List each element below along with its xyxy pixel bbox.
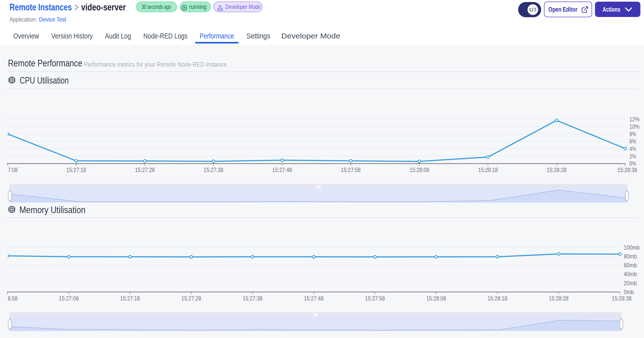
svg-text:Memory Utilisation: Memory Utilisation: [19, 205, 86, 215]
svg-text:15:27:48: 15:27:48: [272, 166, 292, 173]
svg-text:CPU Utilisation: CPU Utilisation: [20, 75, 69, 86]
svg-text:100mb: 100mb: [624, 244, 640, 251]
svg-text:15:27:38: 15:27:38: [204, 166, 223, 173]
svg-text:Developer Mode: Developer Mode: [226, 4, 261, 10]
svg-text:30 seconds ago: 30 seconds ago: [142, 4, 171, 10]
svg-text:15:28:38: 15:28:38: [617, 166, 637, 173]
svg-text:0mb: 0mb: [624, 289, 634, 295]
svg-text:Settings: Settings: [246, 32, 270, 40]
svg-text:40mb: 40mb: [624, 271, 637, 277]
svg-text:4%: 4%: [630, 145, 636, 152]
svg-text:10%: 10%: [630, 123, 640, 130]
svg-text:Remote Performance: Remote Performance: [8, 58, 82, 68]
svg-text:video-server: video-server: [81, 2, 126, 12]
svg-text:15:27:18: 15:27:18: [120, 295, 140, 302]
svg-text:15:27:58: 15:27:58: [341, 166, 361, 173]
svg-text:15:28:28: 15:28:28: [547, 166, 567, 173]
svg-text:15:27:28: 15:27:28: [181, 295, 201, 302]
svg-text:8%: 8%: [630, 130, 636, 137]
svg-text:15:28:28: 15:28:28: [549, 295, 569, 302]
svg-text:Node-RED Logs: Node-RED Logs: [143, 32, 188, 40]
svg-text:Developer Mode: Developer Mode: [281, 32, 340, 40]
svg-text:80mb: 80mb: [624, 253, 637, 260]
svg-text:Performance metrics for your R: Performance metrics for your Remote Node…: [84, 61, 227, 68]
svg-text:Device Test: Device Test: [39, 16, 66, 23]
svg-text:15:27:58: 15:27:58: [365, 295, 385, 302]
svg-text:Actions: Actions: [603, 6, 620, 13]
svg-text:Version History: Version History: [51, 32, 93, 40]
svg-text:7:08: 7:08: [8, 166, 17, 173]
svg-text:20mb: 20mb: [624, 280, 637, 287]
svg-text:15:28:18: 15:28:18: [487, 295, 507, 302]
svg-text:Remote Instances: Remote Instances: [10, 2, 72, 12]
svg-text:0%: 0%: [630, 160, 636, 167]
svg-text:12%: 12%: [630, 116, 640, 123]
svg-text:15:28:18: 15:28:18: [478, 166, 498, 173]
svg-text:Performance: Performance: [200, 32, 234, 40]
svg-text:15:28:38: 15:28:38: [612, 295, 632, 302]
svg-text:running: running: [189, 4, 207, 10]
svg-text:15:28:08: 15:28:08: [409, 166, 429, 173]
svg-text:6:58: 6:58: [8, 295, 17, 302]
svg-text:Application:: Application:: [10, 16, 37, 23]
svg-text:15:27:48: 15:27:48: [304, 295, 324, 302]
svg-text:15:28:08: 15:28:08: [426, 295, 446, 302]
svg-text:15:27:18: 15:27:18: [66, 166, 86, 173]
svg-text:Overview: Overview: [13, 32, 39, 40]
svg-text:15:27:38: 15:27:38: [243, 295, 262, 302]
svg-text:15:27:28: 15:27:28: [135, 166, 155, 173]
svg-text:Open Editor: Open Editor: [549, 6, 577, 13]
svg-text:Audit Log: Audit Log: [105, 32, 131, 40]
svg-text:15:27:08: 15:27:08: [59, 295, 79, 302]
svg-text:2%: 2%: [630, 153, 636, 160]
svg-text:60mb: 60mb: [624, 262, 637, 269]
svg-text:6%: 6%: [630, 138, 636, 145]
